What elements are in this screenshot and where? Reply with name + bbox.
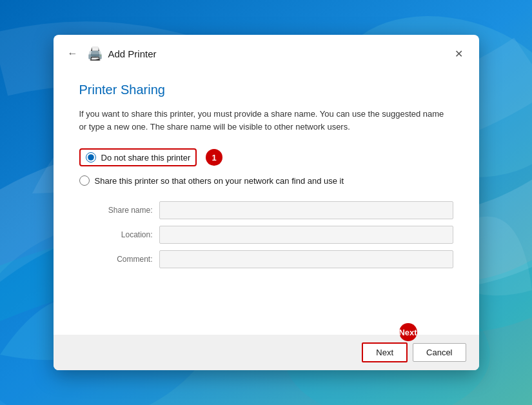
radio-option-2[interactable]: Share this printer so that others on you… [79, 175, 453, 186]
comment-row: Comment: [95, 250, 453, 268]
comment-label: Comment: [95, 255, 153, 264]
dialog-title: Add Printer [108, 48, 157, 59]
dialog-content: Printer Sharing If you want to share thi… [54, 70, 479, 335]
comment-input[interactable] [159, 250, 453, 268]
radio-1-highlighted: Do not share this printer [79, 148, 197, 166]
printer-icon: 🖨️ [87, 46, 103, 61]
close-icon: ✕ [455, 48, 463, 60]
badge-1: 1 [206, 149, 222, 166]
close-button[interactable]: ✕ [449, 44, 469, 63]
share-name-label: Share name: [95, 206, 153, 215]
radio-2-input[interactable] [79, 175, 90, 186]
radio-group: Do not share this printer 1 Share this p… [79, 148, 453, 186]
form-fields: Share name: Location: Comment: [95, 201, 453, 268]
location-label: Location: [95, 230, 153, 239]
radio-1-label: Do not share this printer [101, 153, 191, 163]
dialog-titlebar: ← 🖨️ Add Printer ✕ [54, 35, 479, 70]
share-name-row: Share name: [95, 201, 453, 219]
location-input[interactable] [159, 226, 453, 244]
location-row: Location: [95, 226, 453, 244]
back-icon: ← [68, 48, 78, 59]
dialog-footer: Next Next Cancel [54, 335, 479, 370]
description-text: If you want to share this printer, you m… [79, 108, 453, 133]
next-button[interactable]: Next [362, 342, 408, 362]
back-button[interactable]: ← [64, 46, 82, 61]
radio-2-label: Share this printer so that others on you… [95, 176, 344, 186]
radio-option-1[interactable]: Do not share this printer 1 [79, 148, 453, 166]
badge-2: Next [399, 323, 417, 341]
radio-1-input[interactable] [86, 152, 96, 163]
add-printer-dialog: ← 🖨️ Add Printer ✕ Printer Sharing If yo… [54, 35, 479, 370]
cancel-button[interactable]: Cancel [413, 343, 466, 362]
share-name-input[interactable] [159, 201, 453, 219]
section-title: Printer Sharing [79, 83, 453, 97]
titlebar-left: ← 🖨️ Add Printer [64, 46, 157, 61]
